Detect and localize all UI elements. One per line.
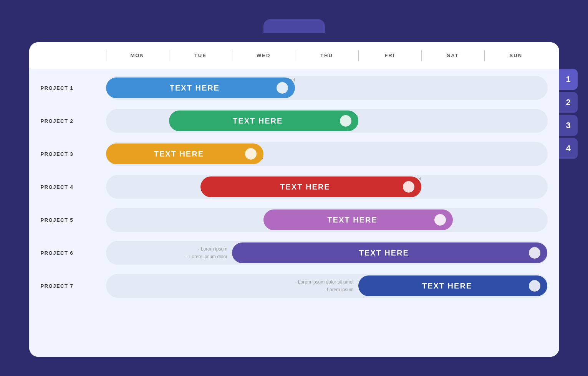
project-5-label: PROJECT 5 — [41, 217, 106, 223]
day-header-mon: MON — [106, 53, 169, 58]
side-tabs: 1234 — [559, 69, 578, 159]
project-2-track: TEXT HERE- Lorem ipsum dolor sit amet- L… — [106, 109, 548, 133]
project-7-notes-left: - Lorem ipsum dolor sit amet- Lorem ipsu… — [295, 278, 358, 294]
project-3-bar[interactable]: TEXT HERE — [106, 143, 264, 164]
project-3-bar-label: TEXT HERE — [113, 150, 245, 158]
project-4-track: TEXT HERE- Lorem ipsum dolor sit amet- L… — [106, 175, 548, 199]
project-4-bar[interactable]: TEXT HERE — [200, 176, 421, 197]
project-4-label: PROJECT 4 — [41, 184, 106, 190]
project-6-label: PROJECT 6 — [41, 250, 106, 256]
side-tab-3[interactable]: 3 — [559, 115, 578, 136]
title-tab — [263, 19, 325, 33]
project-5-row: PROJECT 5TEXT HERE- Lorem ipsum- Lorem i… — [41, 205, 548, 235]
project-7-row: PROJECT 7- Lorem ipsum dolor sit amet- L… — [41, 271, 548, 301]
project-4-bar-dot — [403, 181, 414, 193]
project-1-bar-label: TEXT HERE — [113, 84, 277, 92]
project-5-track: TEXT HERE- Lorem ipsum- Lorem ipsum dolo… — [106, 208, 548, 232]
project-7-bar-label: TEXT HERE — [365, 282, 529, 290]
project-2-label: PROJECT 2 — [41, 118, 106, 124]
project-2-bar[interactable]: TEXT HERE — [169, 110, 358, 131]
project-6-bar-dot — [529, 247, 540, 259]
project-1-bar[interactable]: TEXT HERE — [106, 78, 295, 98]
project-3-track: TEXT HERE- Lorem ipsum- Lorem ipsum dolo… — [106, 142, 548, 166]
project-7-label: PROJECT 7 — [41, 283, 106, 289]
side-tab-1[interactable]: 1 — [559, 69, 578, 90]
side-tab-4[interactable]: 4 — [559, 138, 578, 159]
project-1-label: PROJECT 1 — [41, 85, 106, 91]
day-header-wed: WED — [232, 53, 295, 58]
day-header-fri: FRI — [358, 53, 421, 58]
project-1-row: PROJECT 1TEXT HERE- Lorem ipsum dolor si… — [41, 73, 548, 103]
project-7-track: - Lorem ipsum dolor sit amet- Lorem ipsu… — [106, 274, 548, 298]
day-header-tue: TUE — [169, 53, 232, 58]
day-header-sun: SUN — [484, 53, 547, 58]
project-5-bar-dot — [434, 214, 446, 226]
project-6-row: PROJECT 6- Lorem ipsum- Lorem ipsum dolo… — [41, 238, 548, 268]
day-header-sat: SAT — [421, 53, 484, 58]
project-6-notes-left: - Lorem ipsum- Lorem ipsum dolor — [186, 245, 232, 261]
project-5-bar-label: TEXT HERE — [270, 216, 434, 224]
project-6-bar-label: TEXT HERE — [239, 249, 529, 257]
project-2-row: PROJECT 2TEXT HERE- Lorem ipsum dolor si… — [41, 106, 548, 136]
project-3-bar-dot — [245, 148, 257, 160]
project-4-row: PROJECT 4TEXT HERE- Lorem ipsum dolor si… — [41, 172, 548, 202]
project-6-bar[interactable]: TEXT HERE — [232, 242, 547, 263]
main-card: MONTUEWEDTHUFRISATSUN PROJECT 1TEXT HERE… — [29, 42, 559, 357]
header-row: MONTUEWEDTHUFRISATSUN — [29, 42, 559, 69]
project-7-bar-dot — [529, 280, 540, 292]
outer-wrapper: MONTUEWEDTHUFRISATSUN PROJECT 1TEXT HERE… — [29, 19, 559, 357]
project-2-bar-label: TEXT HERE — [176, 117, 340, 125]
project-6-track: - Lorem ipsum- Lorem ipsum dolorTEXT HER… — [106, 241, 548, 265]
side-tab-2[interactable]: 2 — [559, 92, 578, 113]
project-1-bar-dot — [277, 82, 288, 94]
project-5-bar[interactable]: TEXT HERE — [263, 209, 453, 230]
project-3-row: PROJECT 3TEXT HERE- Lorem ipsum- Lorem i… — [41, 139, 548, 169]
project-3-label: PROJECT 3 — [41, 151, 106, 157]
project-4-bar-label: TEXT HERE — [207, 183, 403, 191]
project-1-track: TEXT HERE- Lorem ipsum dolor sit amet- L… — [106, 76, 548, 100]
days-header: MONTUEWEDTHUFRISATSUN — [106, 53, 548, 58]
content-area: PROJECT 1TEXT HERE- Lorem ipsum dolor si… — [29, 69, 559, 357]
project-2-bar-dot — [340, 115, 351, 127]
project-7-bar[interactable]: TEXT HERE — [358, 275, 548, 296]
day-header-thu: THU — [295, 53, 358, 58]
